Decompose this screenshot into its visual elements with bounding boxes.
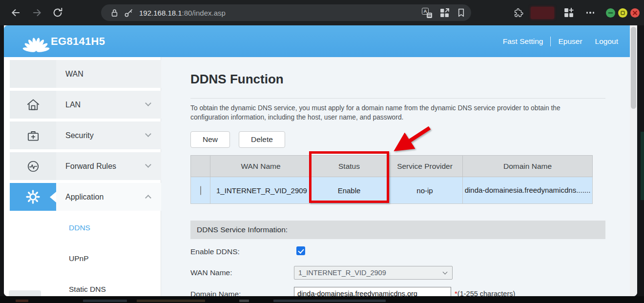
more-menu-icon[interactable]: [583, 6, 597, 20]
wan-name-select[interactable]: 1_INTERNET_R_VID_2909: [294, 266, 453, 280]
browser-chrome: 192.168.18.1:80/index.asp: [0, 0, 644, 25]
device-model-title: EG8141H5: [51, 35, 105, 48]
taskbar-sliver: [0, 296, 644, 303]
page-title: DDNS Function: [190, 72, 284, 87]
sidebar-item-label: Static DNS: [69, 285, 106, 294]
chevron-down-icon: [443, 270, 448, 275]
chevron-down-icon: [145, 100, 151, 106]
wan-name-selected-value: 1_INTERNET_R_VID_2909: [298, 269, 386, 277]
col-domain-name: Domain Name: [463, 156, 593, 177]
title-divider: [190, 98, 605, 99]
cell-domain-name: dinda-domainesia.freedynamicdns.......: [463, 177, 593, 204]
delete-button[interactable]: Delete: [239, 131, 285, 148]
url-host: 192.168.18.1: [139, 9, 182, 17]
sidebar-item-security[interactable]: Security: [56, 121, 161, 149]
domain-name-hint: *(1-255 characters): [455, 289, 515, 296]
address-bar[interactable]: 192.168.18.1:80/index.asp: [101, 4, 471, 21]
sidebar-item-application[interactable]: Application: [56, 183, 161, 211]
annotation-arrow: [383, 122, 437, 159]
main-content: DDNS Function To obtain the dynamic DNS …: [161, 57, 630, 296]
chevron-up-icon: [145, 195, 151, 201]
cell-status: Enable: [312, 177, 387, 204]
sidebar-item-label: LAN: [65, 101, 81, 109]
fast-setting-link[interactable]: Fast Setting: [503, 37, 543, 46]
sidebar: WAN LAN Security Forward Rules Applicati…: [4, 57, 161, 296]
col-wan-name: WAN Name: [210, 156, 312, 177]
close-button[interactable]: [630, 8, 640, 18]
ddns-table: WAN Name Status Service Provider Domain …: [190, 155, 593, 204]
cell-wan-name: 1_INTERNET_R_VID_2909: [210, 177, 312, 204]
table-row: 1_INTERNET_R_VID_2909 Enable no-ip dinda…: [191, 177, 593, 204]
enable-ddns-label: Enable DDNS:: [190, 247, 240, 256]
settings-gear-icon[interactable]: [10, 183, 56, 211]
maximize-button[interactable]: [618, 8, 627, 18]
extensions-puzzle-icon[interactable]: [511, 6, 525, 20]
app-header: EG8141H5 Fast Setting Epuser Logout: [4, 25, 630, 57]
diagnosis-icon[interactable]: [10, 152, 56, 180]
enable-ddns-checkbox[interactable]: [296, 246, 305, 255]
sidebar-item-label: UPnP: [69, 254, 89, 263]
sidebar-item-label: Application: [65, 193, 104, 202]
sidebar-item-ddns[interactable]: DDNS: [56, 214, 161, 242]
sidebar-icon-cell-partial: [9, 290, 41, 296]
chevron-down-icon: [145, 131, 151, 137]
cell-service-provider: no-ip: [387, 177, 463, 204]
forward-icon[interactable]: [30, 6, 44, 20]
apps-grid-plus-icon[interactable]: [562, 6, 576, 20]
sidebar-item-label: DDNS: [69, 223, 90, 232]
wan-name-label: WAN Name:: [190, 268, 232, 277]
select-all-header: [191, 156, 210, 177]
new-button[interactable]: New: [190, 131, 230, 148]
sidebar-item-static-dns[interactable]: Static DNS: [56, 275, 161, 296]
sidebar-item-wan[interactable]: WAN: [56, 60, 161, 88]
bookmark-icon[interactable]: [457, 8, 465, 17]
domain-name-input[interactable]: [294, 287, 451, 296]
lock-icon[interactable]: [111, 9, 118, 17]
reload-icon[interactable]: [51, 6, 64, 20]
split-windows-icon[interactable]: [440, 8, 449, 18]
sidebar-icon-cell-empty[interactable]: [10, 60, 56, 88]
row-checkbox[interactable]: [200, 186, 201, 195]
toolbox-icon[interactable]: [10, 121, 56, 149]
url-path: :80/index.asp: [182, 9, 226, 17]
sidebar-item-lan[interactable]: LAN: [56, 91, 161, 119]
table-header-row: WAN Name Status Service Provider Domain …: [191, 156, 593, 177]
section-header: DDNS Service Information:: [190, 221, 605, 239]
header-divider: [550, 37, 551, 46]
sidebar-item-label: Security: [65, 131, 94, 140]
logout-link[interactable]: Logout: [595, 37, 618, 46]
key-icon[interactable]: [124, 8, 133, 18]
huawei-logo-icon: [22, 31, 50, 55]
router-admin-page: EG8141H5 Fast Setting Epuser Logout: [4, 25, 637, 296]
col-service-provider: Service Provider: [387, 156, 463, 177]
scrollbar-track[interactable]: [630, 25, 637, 296]
sidebar-item-label: Forward Rules: [65, 162, 116, 171]
page-description: To obtain the dynamic DNS service, you m…: [190, 103, 601, 122]
user-link[interactable]: Epuser: [558, 37, 582, 46]
sidebar-item-forward-rules[interactable]: Forward Rules: [56, 152, 161, 180]
profile-badge-redacted[interactable]: [531, 7, 554, 19]
sidebar-item-upnp[interactable]: UPnP: [56, 244, 161, 272]
domain-name-label: Domain Name:: [190, 290, 241, 296]
scrollbar-thumb[interactable]: [631, 27, 636, 109]
minimize-button[interactable]: [606, 8, 615, 18]
chevron-down-icon: [145, 162, 151, 168]
window-edge-artifact: [641, 132, 644, 200]
sidebar-item-label: WAN: [65, 70, 83, 79]
back-icon[interactable]: [9, 6, 22, 20]
home-icon[interactable]: [10, 91, 56, 119]
col-status: Status: [312, 156, 387, 177]
translate-icon[interactable]: [422, 8, 432, 18]
url-text: 192.168.18.1:80/index.asp: [139, 9, 226, 17]
